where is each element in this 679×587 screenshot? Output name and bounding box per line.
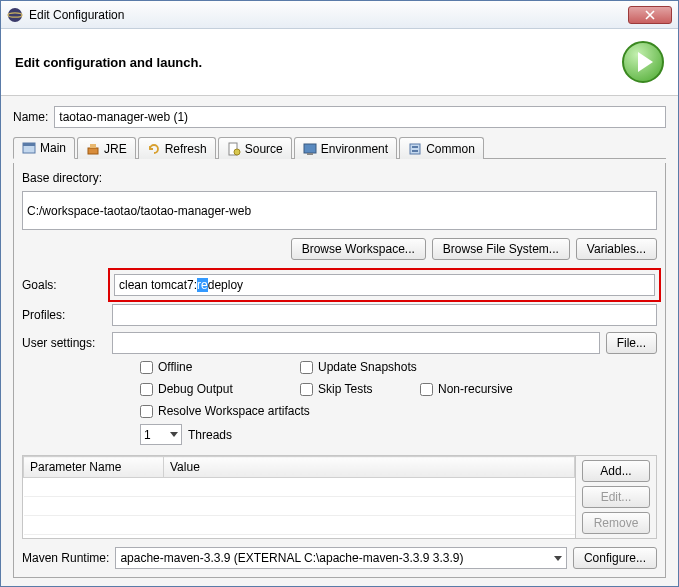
param-col-name[interactable]: Parameter Name xyxy=(24,457,164,478)
svg-rect-8 xyxy=(304,144,316,153)
user-settings-label: User settings: xyxy=(22,336,106,350)
window-title: Edit Configuration xyxy=(29,8,628,22)
source-icon xyxy=(227,142,241,156)
parameter-table[interactable]: Parameter NameValue xyxy=(23,456,575,535)
run-button[interactable] xyxy=(622,41,664,83)
name-input[interactable] xyxy=(54,106,666,128)
configure-button[interactable]: Configure... xyxy=(573,547,657,569)
tab-environment[interactable]: Environment xyxy=(294,137,397,159)
play-icon xyxy=(638,52,653,72)
svg-rect-9 xyxy=(307,153,313,155)
offline-checkbox[interactable]: Offline xyxy=(140,360,270,374)
goals-highlight-box: clean tomcat7:redeploy xyxy=(108,268,661,302)
user-settings-input[interactable] xyxy=(112,332,600,354)
param-col-value[interactable]: Value xyxy=(164,457,575,478)
variables-button[interactable]: Variables... xyxy=(576,238,657,260)
add-button[interactable]: Add... xyxy=(582,460,650,482)
remove-button[interactable]: Remove xyxy=(582,512,650,534)
common-icon xyxy=(408,142,422,156)
main-icon xyxy=(22,141,36,155)
svg-point-7 xyxy=(234,149,240,155)
environment-icon xyxy=(303,142,317,156)
skip-tests-checkbox[interactable]: Skip Tests xyxy=(300,382,390,396)
tab-common[interactable]: Common xyxy=(399,137,484,159)
tab-source[interactable]: Source xyxy=(218,137,292,159)
chevron-down-icon xyxy=(170,432,178,437)
table-row[interactable] xyxy=(24,516,575,535)
svg-rect-3 xyxy=(23,143,35,146)
svg-point-0 xyxy=(8,8,22,22)
tab-jre[interactable]: JRE xyxy=(77,137,136,159)
tab-refresh[interactable]: Refresh xyxy=(138,137,216,159)
chevron-down-icon xyxy=(554,556,562,561)
svg-rect-5 xyxy=(90,144,96,148)
file-button[interactable]: File... xyxy=(606,332,657,354)
svg-rect-10 xyxy=(410,144,420,154)
browse-workspace-button[interactable]: Browse Workspace... xyxy=(291,238,426,260)
eclipse-icon xyxy=(7,7,23,23)
banner: Edit configuration and launch. xyxy=(1,29,678,96)
jre-icon xyxy=(86,142,100,156)
debug-output-checkbox[interactable]: Debug Output xyxy=(140,382,270,396)
close-icon xyxy=(645,10,655,20)
close-button[interactable] xyxy=(628,6,672,24)
browse-filesystem-button[interactable]: Browse File System... xyxy=(432,238,570,260)
resolve-workspace-checkbox[interactable]: Resolve Workspace artifacts xyxy=(140,404,360,418)
svg-rect-11 xyxy=(412,146,418,148)
runtime-label: Maven Runtime: xyxy=(22,551,109,565)
threads-select[interactable]: 1 xyxy=(140,424,182,445)
edit-button[interactable]: Edit... xyxy=(582,486,650,508)
profiles-input[interactable] xyxy=(112,304,657,326)
non-recursive-checkbox[interactable]: Non-recursive xyxy=(420,382,550,396)
tabs: Main JRE Refresh Source Environment Comm… xyxy=(13,136,666,159)
banner-title: Edit configuration and launch. xyxy=(15,55,622,70)
table-row[interactable] xyxy=(24,497,575,516)
svg-rect-4 xyxy=(88,148,98,154)
profiles-label: Profiles: xyxy=(22,308,106,322)
svg-rect-12 xyxy=(412,150,418,152)
refresh-icon xyxy=(147,142,161,156)
goals-input[interactable]: clean tomcat7:redeploy xyxy=(114,274,655,296)
base-dir-input[interactable] xyxy=(22,191,657,230)
update-snapshots-checkbox[interactable]: Update Snapshots xyxy=(300,360,430,374)
goals-label: Goals: xyxy=(22,278,106,292)
name-label: Name: xyxy=(13,110,48,124)
titlebar: Edit Configuration xyxy=(1,1,678,29)
runtime-select[interactable]: apache-maven-3.3.9 (EXTERNAL C:\apache-m… xyxy=(115,547,567,569)
table-row[interactable] xyxy=(24,478,575,497)
threads-label: Threads xyxy=(188,428,232,442)
tab-main[interactable]: Main xyxy=(13,137,75,159)
base-dir-label: Base directory: xyxy=(22,171,102,185)
